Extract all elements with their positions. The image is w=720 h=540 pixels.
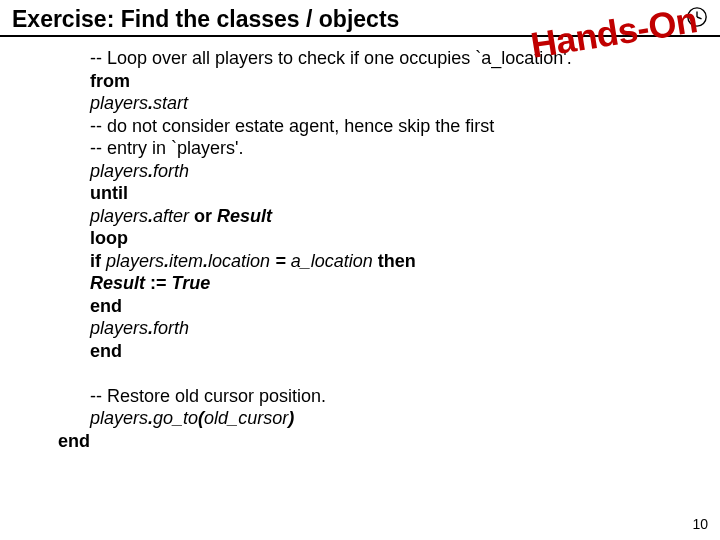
code-body: -- Loop over all players to check if one… <box>0 37 720 452</box>
page-number: 10 <box>692 516 708 532</box>
kw-from: from <box>90 71 130 91</box>
kw-loop: loop <box>90 228 128 248</box>
kw-until: until <box>90 183 128 203</box>
kw-end: end <box>58 431 90 451</box>
kw-end: end <box>90 296 122 316</box>
slide-title: Exercise: Find the classes / objects <box>12 6 399 32</box>
kw-end: end <box>90 341 122 361</box>
svg-line-2 <box>697 17 702 19</box>
